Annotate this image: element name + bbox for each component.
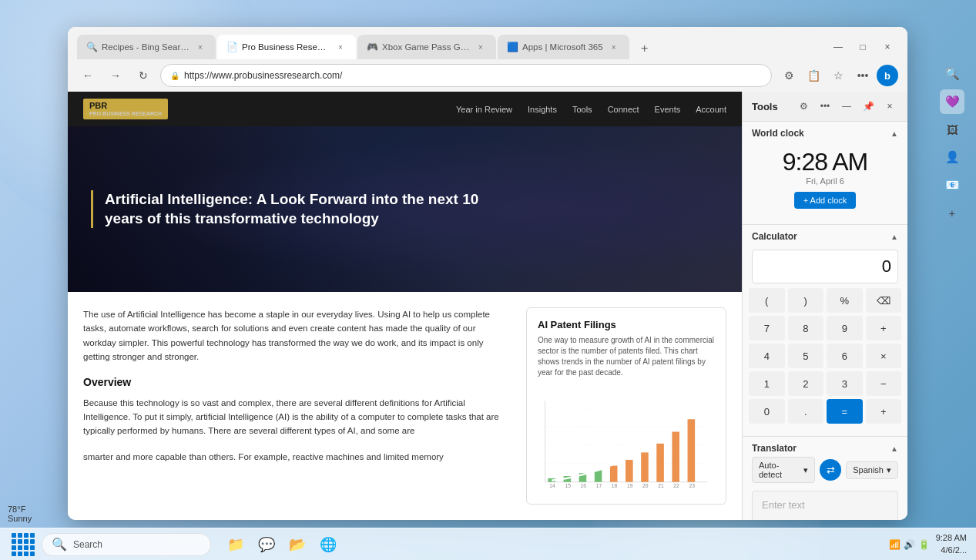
calc-btn-percent[interactable]: % bbox=[827, 288, 863, 313]
minimize-button[interactable]: — bbox=[827, 36, 849, 58]
calc-btn-multiply[interactable]: × bbox=[866, 344, 902, 368]
taskbar-clock[interactable]: 9:28 AM 4/6/2... bbox=[936, 532, 967, 556]
taskbar-app-edge[interactable]: 🌐 bbox=[314, 531, 342, 558]
start-tile-12 bbox=[30, 545, 35, 550]
weather-widget[interactable]: 78°F Sunny bbox=[8, 505, 32, 523]
pbr-logo[interactable]: PBR PRO BUSINESS RESEARCH bbox=[83, 99, 168, 119]
calc-btn-add2[interactable]: + bbox=[866, 399, 902, 424]
calculator-display: 0 bbox=[752, 250, 898, 283]
forward-button[interactable]: → bbox=[105, 65, 126, 86]
tools-minimize-button[interactable]: — bbox=[838, 98, 855, 115]
nav-insights[interactable]: Insights bbox=[528, 105, 557, 114]
calc-btn-equals[interactable]: = bbox=[827, 399, 863, 424]
battery-icon[interactable]: 🔋 bbox=[918, 539, 930, 550]
calc-btn-rparen[interactable]: ) bbox=[788, 288, 824, 313]
nav-year-review[interactable]: Year in Review bbox=[456, 105, 512, 114]
sidebar-plus-icon[interactable]: + bbox=[940, 200, 964, 225]
sidebar-profile-icon[interactable]: 👤 bbox=[940, 145, 964, 169]
close-button[interactable]: × bbox=[877, 36, 898, 58]
calc-btn-subtract[interactable]: − bbox=[866, 371, 902, 396]
bing-copilot-button[interactable]: b bbox=[877, 65, 898, 86]
translator-input-field[interactable]: Enter text bbox=[752, 491, 898, 520]
collections-button[interactable]: 📋 bbox=[803, 65, 824, 86]
calc-btn-6[interactable]: 6 bbox=[827, 344, 863, 368]
target-language-select[interactable]: Spanish ▾ bbox=[846, 461, 898, 479]
refresh-button[interactable]: ↻ bbox=[132, 65, 154, 86]
source-language-select[interactable]: Auto-detect ▾ bbox=[752, 457, 815, 483]
nav-account[interactable]: Account bbox=[696, 105, 726, 114]
tab-close-xbox[interactable]: × bbox=[475, 41, 487, 53]
calc-btn-add[interactable]: + bbox=[866, 316, 902, 340]
svg-text:14: 14 bbox=[549, 483, 555, 488]
more-button[interactable]: ••• bbox=[852, 65, 874, 86]
tab-xbox[interactable]: 🎮 Xbox Game Pass Games Library × bbox=[357, 35, 496, 59]
calc-btn-8[interactable]: 8 bbox=[788, 316, 824, 340]
edge-sidebar: 🔍 💜 🖼 👤 📧 + bbox=[940, 62, 964, 225]
sidebar-outlook-icon[interactable]: 📧 bbox=[940, 173, 964, 197]
calc-btn-0[interactable]: 0 bbox=[749, 399, 785, 424]
calc-btn-9[interactable]: 9 bbox=[827, 316, 863, 340]
pbr-logo-sub: PRO BUSINESS RESEARCH bbox=[89, 111, 162, 116]
calc-btn-5[interactable]: 5 bbox=[788, 344, 824, 368]
hero-title: Artificial Intelligence: A Look Forward … bbox=[105, 190, 490, 228]
favorites-button[interactable]: ☆ bbox=[827, 65, 849, 86]
back-button[interactable]: ← bbox=[77, 65, 99, 86]
tab-pbr[interactable]: 📄 Pro Business Research × bbox=[217, 35, 356, 59]
source-lang-chevron: ▾ bbox=[803, 465, 808, 475]
nav-events[interactable]: Events bbox=[655, 105, 681, 114]
add-clock-button[interactable]: + Add clock bbox=[794, 192, 857, 209]
svg-text:22: 22 bbox=[673, 483, 679, 488]
taskbar-date-display: 4/6/2... bbox=[936, 545, 967, 556]
tools-pin-button[interactable]: 📌 bbox=[860, 98, 877, 115]
network-icon[interactable]: 📶 bbox=[889, 539, 901, 550]
taskbar-app-teams[interactable]: 💬 bbox=[253, 531, 280, 558]
volume-icon[interactable]: 🔊 bbox=[904, 539, 915, 550]
chart-visualization: 14 15 16 17 18 19 20 21 22 23 bbox=[538, 387, 715, 488]
taskbar-time-display: 9:28 AM bbox=[936, 532, 967, 544]
taskbar-app-files[interactable]: 📁 bbox=[222, 531, 250, 558]
sidebar-collections-icon[interactable]: 🖼 bbox=[940, 117, 964, 142]
clock-date: Fri, April 6 bbox=[752, 176, 898, 186]
calc-btn-decimal[interactable]: . bbox=[788, 399, 824, 424]
taskbar-search-box[interactable]: 🔍 Search bbox=[42, 533, 211, 556]
url-bar[interactable]: 🔒 https://www.probusinessresearch.com/ bbox=[160, 64, 772, 87]
start-button[interactable] bbox=[9, 531, 37, 558]
nav-connect[interactable]: Connect bbox=[608, 105, 639, 114]
maximize-button[interactable]: □ bbox=[852, 36, 874, 58]
world-clock-header[interactable]: World clock ▲ bbox=[743, 122, 907, 142]
translator-header[interactable]: Translator ▲ bbox=[743, 437, 907, 457]
tools-settings-button[interactable]: ⚙ bbox=[795, 98, 812, 115]
sidebar-search-icon[interactable]: 🔍 bbox=[940, 62, 964, 86]
calc-btn-backspace[interactable]: ⌫ bbox=[866, 288, 902, 313]
tools-close-button[interactable]: × bbox=[881, 98, 898, 115]
tab-m365[interactable]: 🟦 Apps | Microsoft 365 × bbox=[498, 35, 629, 59]
target-lang-chevron: ▾ bbox=[887, 465, 891, 475]
chart-title: AI Patent Filings bbox=[538, 319, 715, 330]
calc-btn-2[interactable]: 2 bbox=[788, 371, 824, 396]
taskbar-search-icon: 🔍 bbox=[52, 537, 67, 552]
tab-close-pbr[interactable]: × bbox=[334, 41, 347, 53]
tab-close-recipes[interactable]: × bbox=[194, 41, 206, 53]
calc-btn-3[interactable]: 3 bbox=[827, 371, 863, 396]
calculator-buttons: ( ) % ⌫ 7 8 9 + 4 5 6 × 1 2 3 − 0 bbox=[743, 288, 907, 427]
tools-more-button[interactable]: ••• bbox=[817, 98, 833, 115]
tab-close-m365[interactable]: × bbox=[608, 41, 620, 53]
translator-input-placeholder: Enter text bbox=[762, 499, 805, 511]
calculator-header[interactable]: Calculator ▲ bbox=[743, 225, 907, 245]
chart-panel: AI Patent Filings One way to measure gro… bbox=[526, 307, 726, 505]
extensions-button[interactable]: ⚙ bbox=[778, 65, 800, 86]
sidebar-favorites-icon[interactable]: 💜 bbox=[940, 89, 964, 114]
tools-panel-header: Tools ⚙ ••• — 📌 × bbox=[743, 92, 907, 122]
pbr-logo-main: PBR bbox=[89, 101, 107, 110]
new-tab-button[interactable]: + bbox=[634, 38, 656, 59]
swap-languages-button[interactable]: ⇄ bbox=[820, 459, 841, 481]
tab-favicon-pbr: 📄 bbox=[226, 42, 237, 52]
calc-btn-4[interactable]: 4 bbox=[749, 344, 785, 368]
taskbar-app-explorer[interactable]: 📂 bbox=[283, 531, 311, 558]
tools-panel-title: Tools bbox=[752, 101, 790, 112]
nav-tools[interactable]: Tools bbox=[572, 105, 592, 114]
calc-btn-1[interactable]: 1 bbox=[749, 371, 785, 396]
calc-btn-lparen[interactable]: ( bbox=[749, 288, 785, 313]
tab-recipes[interactable]: 🔍 Recipes - Bing Search × bbox=[77, 35, 216, 59]
calc-btn-7[interactable]: 7 bbox=[749, 316, 785, 340]
